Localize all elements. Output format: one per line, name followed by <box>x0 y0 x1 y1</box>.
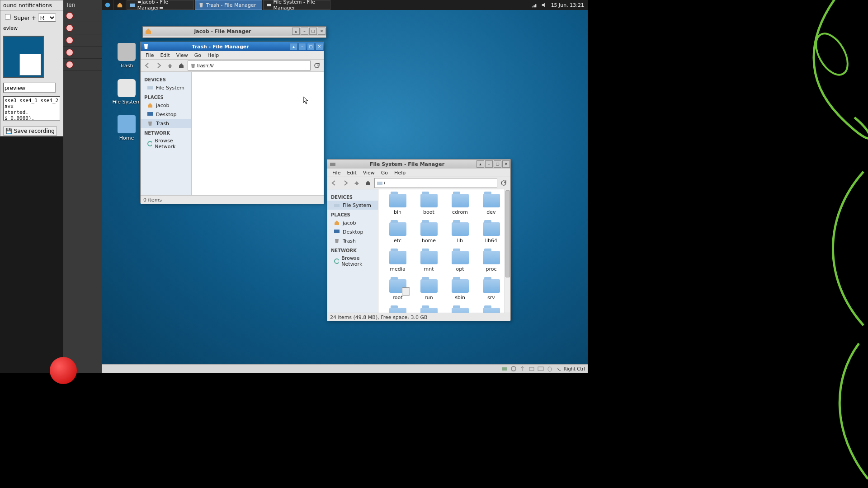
menu-file[interactable]: File <box>142 52 157 58</box>
maximize-button[interactable]: ▢ <box>494 160 501 168</box>
mixer-track[interactable] <box>63 10 102 22</box>
folder-proc[interactable]: proc <box>477 251 505 272</box>
folder-sys[interactable]: sys <box>384 308 412 313</box>
file-view[interactable]: binbootcdromdevetchomeliblib64mediamntop… <box>378 189 510 313</box>
preview-field[interactable] <box>3 83 56 93</box>
folder-bin[interactable]: bin <box>384 194 412 215</box>
save-recording-button[interactable]: 💾 Save recording <box>3 127 57 136</box>
show-desktop-button[interactable] <box>114 0 126 10</box>
file-view[interactable] <box>192 72 324 195</box>
nav-forward-button[interactable] <box>154 61 164 70</box>
taskbar-item-jacob[interactable]: =jacob - File Manager= <box>127 0 194 10</box>
volume-icon[interactable] <box>541 2 547 8</box>
shade-button[interactable]: ▴ <box>292 28 300 35</box>
window-filesystem[interactable]: File System - File Manager ▴ – ▢ ✕ File … <box>327 159 511 320</box>
close-button[interactable]: ✕ <box>318 28 326 35</box>
folder-boot[interactable]: boot <box>415 194 443 215</box>
minimize-button[interactable]: – <box>485 160 493 168</box>
shade-button[interactable]: ▴ <box>290 43 297 50</box>
super-checkbox[interactable] <box>5 14 11 20</box>
nav-forward-button[interactable] <box>340 178 350 188</box>
nav-up-button[interactable] <box>165 61 175 70</box>
sidebar[interactable]: DEVICES File System PLACES jacob Desktop… <box>141 72 192 195</box>
sidebar-item-jacob[interactable]: jacob <box>141 101 191 110</box>
folder-usr[interactable]: usr <box>446 308 474 313</box>
menu-help[interactable]: Help <box>204 52 222 58</box>
panel-clock[interactable]: 15 Jun, 13:21 <box>551 2 584 8</box>
sidebar-item-trash[interactable]: Trash <box>327 236 378 245</box>
menubar[interactable]: File Edit View Go Help <box>327 169 510 177</box>
menu-help[interactable]: Help <box>391 170 409 176</box>
menubar[interactable]: File Edit View Go Help <box>141 51 324 60</box>
folder-tmp[interactable]: tmp <box>415 308 443 313</box>
folder-cdrom[interactable]: cdrom <box>446 194 474 215</box>
nav-home-button[interactable] <box>363 178 373 188</box>
reload-button[interactable] <box>499 178 509 188</box>
location-bar[interactable] <box>188 61 311 70</box>
mixer-track[interactable] <box>63 22 102 34</box>
maximize-button[interactable]: ▢ <box>309 28 317 35</box>
folder-var[interactable]: var <box>477 308 505 313</box>
folder-dev[interactable]: dev <box>477 194 505 215</box>
menu-go[interactable]: Go <box>191 52 204 58</box>
menu-edit[interactable]: Edit <box>344 170 359 176</box>
sidebar-item-filesystem[interactable]: File System <box>327 201 378 210</box>
close-button[interactable]: ✕ <box>316 43 323 50</box>
titlebar[interactable]: File System - File Manager ▴ – ▢ ✕ <box>327 160 510 169</box>
nav-back-button[interactable] <box>142 61 152 70</box>
shade-button[interactable]: ▴ <box>476 160 484 168</box>
maximize-button[interactable]: ▢ <box>307 43 315 50</box>
nav-back-button[interactable] <box>329 178 339 188</box>
toolbar[interactable] <box>327 177 510 189</box>
log-textarea[interactable]: sse3 sse4_1 sse4_2 avx started. $ 0.0000… <box>3 96 60 121</box>
folder-media[interactable]: media <box>384 251 412 272</box>
taskbar-item-trash[interactable]: Trash - File Manager <box>195 0 262 10</box>
location-bar[interactable] <box>374 178 497 188</box>
location-input[interactable] <box>383 180 495 186</box>
sidebar[interactable]: DEVICES File System PLACES jacob Desktop… <box>327 189 378 313</box>
toolbar[interactable] <box>141 60 324 72</box>
folder-srv[interactable]: srv <box>477 279 505 300</box>
xfce-top-panel[interactable]: =jacob - File Manager= Trash - File Mana… <box>102 0 588 10</box>
nav-up-button[interactable] <box>352 178 362 188</box>
taskbar-item-filesystem[interactable]: File System - File Manager <box>263 0 330 10</box>
minimize-button[interactable]: – <box>301 28 308 35</box>
mixer-track[interactable] <box>63 34 102 47</box>
window-jacob[interactable]: jacob - File Manager ▴ – ▢ ✕ <box>142 26 326 38</box>
menu-edit[interactable]: Edit <box>157 52 173 58</box>
folder-mnt[interactable]: mnt <box>415 251 443 272</box>
folder-run[interactable]: run <box>415 279 443 300</box>
menu-file[interactable]: File <box>329 170 344 176</box>
mixer-track[interactable] <box>63 59 102 71</box>
nav-home-button[interactable] <box>176 61 186 70</box>
mixer-track[interactable] <box>63 47 102 59</box>
hotkey-combo[interactable]: R <box>38 14 56 22</box>
folder-lib64[interactable]: lib64 <box>477 222 505 244</box>
vm-desktop[interactable]: =jacob - File Manager= Trash - File Mana… <box>102 0 588 373</box>
sidebar-item-filesystem[interactable]: File System <box>141 83 191 92</box>
folder-lib[interactable]: lib <box>446 222 474 244</box>
titlebar[interactable]: jacob - File Manager ▴ – ▢ ✕ <box>143 27 326 36</box>
menu-go[interactable]: Go <box>378 170 391 176</box>
reload-button[interactable] <box>312 61 322 70</box>
folder-etc[interactable]: etc <box>384 222 412 244</box>
scrollbar[interactable] <box>505 189 510 313</box>
menu-view[interactable]: View <box>173 52 191 58</box>
sidebar-item-desktop[interactable]: Desktop <box>327 227 378 236</box>
titlebar[interactable]: Trash - File Manager ▴ – ▢ ✕ <box>141 42 324 51</box>
network-icon[interactable] <box>531 2 538 8</box>
window-trash[interactable]: Trash - File Manager ▴ – ▢ ✕ File Edit V… <box>140 42 324 203</box>
desktop-icon-filesystem[interactable]: File System <box>111 79 142 105</box>
folder-opt[interactable]: opt <box>446 251 474 272</box>
folder-root[interactable]: root <box>384 279 412 300</box>
sidebar-item-browse-network[interactable]: Browse Network <box>141 136 191 151</box>
minimize-button[interactable]: – <box>298 43 306 50</box>
desktop-icon-home[interactable]: Home <box>111 115 142 141</box>
scrollbar-thumb[interactable] <box>505 190 510 277</box>
panel-menu-button[interactable] <box>102 0 114 10</box>
folder-home[interactable]: home <box>415 222 443 244</box>
close-button[interactable]: ✕ <box>502 160 510 168</box>
location-input[interactable] <box>196 62 308 69</box>
sidebar-item-jacob[interactable]: jacob <box>327 218 378 227</box>
folder-sbin[interactable]: sbin <box>446 279 474 300</box>
